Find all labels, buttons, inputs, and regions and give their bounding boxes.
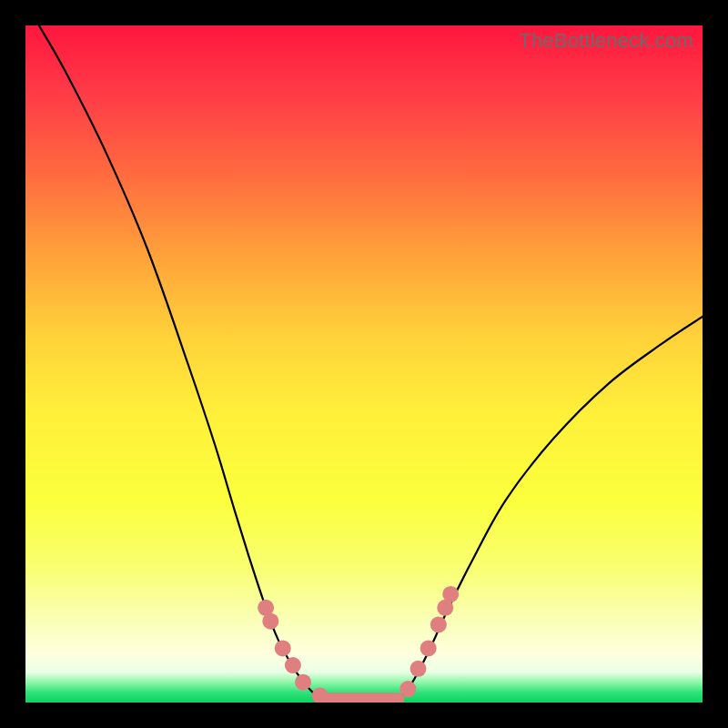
marker-left <box>295 674 311 691</box>
right-curve <box>398 317 703 699</box>
chart-frame: TheBottleneck.com <box>0 0 728 728</box>
marker-group <box>258 586 459 703</box>
marker-right <box>430 616 447 632</box>
left-curve <box>39 25 327 699</box>
marker-left <box>262 613 278 630</box>
marker-left <box>275 640 291 656</box>
marker-right <box>410 661 427 677</box>
marker-right <box>399 681 416 697</box>
marker-right <box>420 640 437 656</box>
marker-left <box>285 657 301 673</box>
chart-svg <box>25 25 703 703</box>
plot-area: TheBottleneck.com <box>25 25 703 703</box>
marker-left <box>312 688 329 703</box>
marker-right <box>442 586 459 602</box>
